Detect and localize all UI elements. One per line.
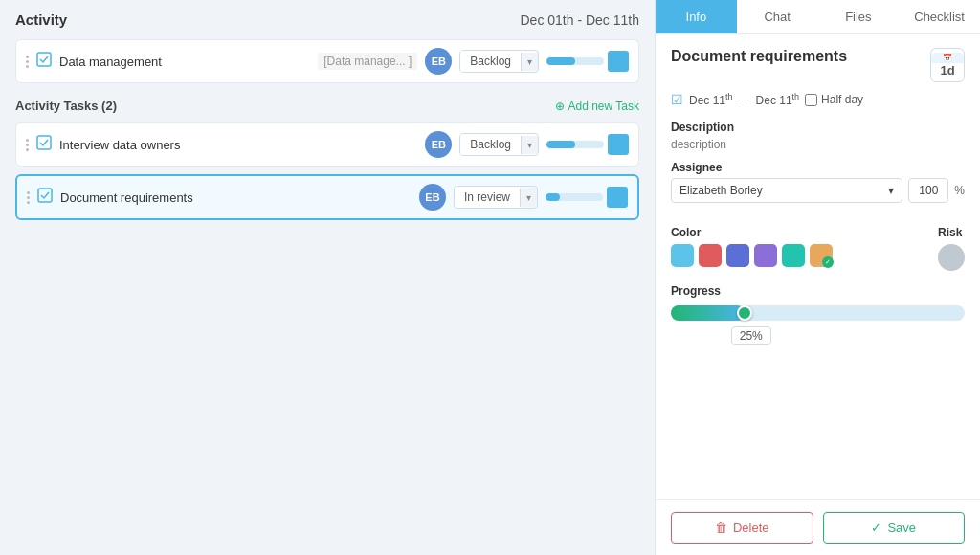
activity-progress-track <box>546 57 604 65</box>
panel-title-row: Document requirements 📅 1d <box>671 48 965 82</box>
activity-status-label: Backlog <box>460 51 521 72</box>
date-end: Dec 11th <box>756 92 800 107</box>
half-day-checkbox[interactable] <box>805 94 817 106</box>
assignee-pct-input[interactable] <box>908 178 948 203</box>
task2-status-label: In review <box>455 187 520 208</box>
tasks-header: Activity Tasks (2) ⊕ Add new Task <box>15 99 639 113</box>
activity-header: Activity Dec 01th - Dec 11th <box>15 11 639 28</box>
progress-label: Progress <box>671 284 965 298</box>
activity-progress-btn[interactable] <box>608 51 629 72</box>
date-range: Dec 01th - Dec 11th <box>520 12 639 28</box>
task-progress-fill <box>546 141 575 148</box>
task-status-dropdown[interactable]: Backlog ▾ <box>459 133 539 156</box>
check-icon: ✓ <box>871 521 881 535</box>
task-row-selected[interactable]: Document requirements EB In review ▾ <box>15 174 639 220</box>
task-name: Interview data owners <box>59 138 417 152</box>
progress-section: Progress 25% <box>671 284 965 345</box>
description-value: description <box>671 138 965 151</box>
task-drag-handle[interactable] <box>26 139 29 151</box>
add-task-label: Add new Task <box>568 100 640 113</box>
activity-status-dropdown[interactable]: Backlog ▾ <box>459 50 539 73</box>
task-progress-btn[interactable] <box>608 134 629 155</box>
task-progress-track <box>546 141 604 148</box>
panel-title: Document requirements <box>671 48 847 65</box>
panel-date-range: ☑ Dec 11th — Dec 11th Half day <box>671 92 965 107</box>
drag-handle[interactable] <box>26 56 29 68</box>
risk-circle[interactable] <box>938 244 965 271</box>
tab-checklist[interactable]: Checklist <box>899 0 980 33</box>
task-avatar: EB <box>425 131 452 158</box>
assignee-select[interactable]: Elizabeth Borley ▾ <box>671 178 902 203</box>
half-day-check[interactable]: Half day <box>805 93 863 106</box>
task2-checkbox-icon <box>37 188 53 207</box>
description-label: Description <box>671 121 965 134</box>
tab-info[interactable]: Info <box>656 0 737 33</box>
task-status-label: Backlog <box>460 134 521 155</box>
task-row[interactable]: Interview data owners EB Backlog ▾ <box>15 122 639 166</box>
color-risk-row: Color ✓ Risk <box>671 216 965 271</box>
swatch-blue[interactable] <box>671 244 694 267</box>
activity-status-caret[interactable]: ▾ <box>521 53 538 71</box>
task2-progress-track <box>546 193 603 201</box>
swatch-purple[interactable] <box>754 244 777 267</box>
tasks-title: Activity Tasks (2) <box>15 99 117 113</box>
activity-row: Data management [Data manage... ] EB Bac… <box>15 39 639 83</box>
tasks-section: Activity Tasks (2) ⊕ Add new Task Interv… <box>15 99 639 220</box>
plus-icon: ⊕ <box>555 100 565 113</box>
tab-chat[interactable]: Chat <box>737 0 818 33</box>
activity-avatar: EB <box>425 48 452 75</box>
assignee-label: Assignee <box>671 161 965 174</box>
save-label: Save <box>887 521 916 535</box>
task-icon <box>36 52 52 71</box>
progress-track[interactable] <box>671 305 965 321</box>
date-separator: — <box>739 93 750 106</box>
task2-status-dropdown[interactable]: In review ▾ <box>454 186 538 209</box>
progress-thumb[interactable] <box>737 305 752 321</box>
trash-icon: 🗑 <box>715 521 727 535</box>
calendar-badge: 📅 1d <box>930 48 965 82</box>
calendar-badge-value: 1d <box>940 63 954 78</box>
calendar-icon: ☑ <box>671 92 683 107</box>
activity-title: Activity <box>15 11 67 28</box>
task2-drag-handle[interactable] <box>27 191 30 204</box>
task-progress <box>546 134 629 155</box>
activity-progress <box>546 51 629 72</box>
panel-footer: 🗑 Delete ✓ Save <box>656 500 980 555</box>
activity-progress-fill <box>546 57 575 65</box>
task2-progress <box>546 187 628 208</box>
swatch-selected-check: ✓ <box>822 256 834 268</box>
svg-rect-0 <box>37 53 51 66</box>
tab-files[interactable]: Files <box>818 0 900 33</box>
delete-button[interactable]: 🗑 Delete <box>671 512 813 544</box>
panel-tabs: Info Chat Files Checklist <box>656 0 980 34</box>
save-button[interactable]: ✓ Save <box>823 512 966 544</box>
date-start: Dec 11th <box>689 92 733 107</box>
risk-section: Risk <box>938 216 965 271</box>
right-panel: Info Chat Files Checklist Document requi… <box>655 0 980 555</box>
swatch-red[interactable] <box>699 244 722 267</box>
risk-label: Risk <box>938 226 965 239</box>
assignee-row: Elizabeth Borley ▾ % <box>671 178 965 203</box>
svg-rect-1 <box>37 136 51 149</box>
swatch-teal[interactable] <box>782 244 805 267</box>
color-section: Color ✓ <box>671 216 833 267</box>
color-label: Color <box>671 226 833 239</box>
activity-code: [Data manage... ] <box>318 53 417 70</box>
delete-label: Delete <box>733 521 769 535</box>
task2-name: Document requirements <box>60 190 412 205</box>
left-panel: Activity Dec 01th - Dec 11th Data manage… <box>0 0 655 555</box>
swatch-indigo[interactable] <box>726 244 749 267</box>
assignee-value: Elizabeth Borley <box>679 184 763 197</box>
add-task-button[interactable]: ⊕ Add new Task <box>555 100 640 113</box>
task2-progress-btn[interactable] <box>607 187 628 208</box>
pct-label: % <box>954 184 965 197</box>
swatch-orange[interactable]: ✓ <box>810 244 833 267</box>
color-swatches: ✓ <box>671 244 833 267</box>
task2-status-caret[interactable]: ▾ <box>520 189 537 207</box>
panel-content: Document requirements 📅 1d ☑ Dec 11th — … <box>656 34 980 500</box>
task-status-caret[interactable]: ▾ <box>521 136 538 154</box>
assignee-caret: ▾ <box>888 184 894 197</box>
task-checkbox-icon <box>36 135 52 154</box>
svg-rect-2 <box>38 189 52 202</box>
task2-avatar: EB <box>419 184 446 211</box>
